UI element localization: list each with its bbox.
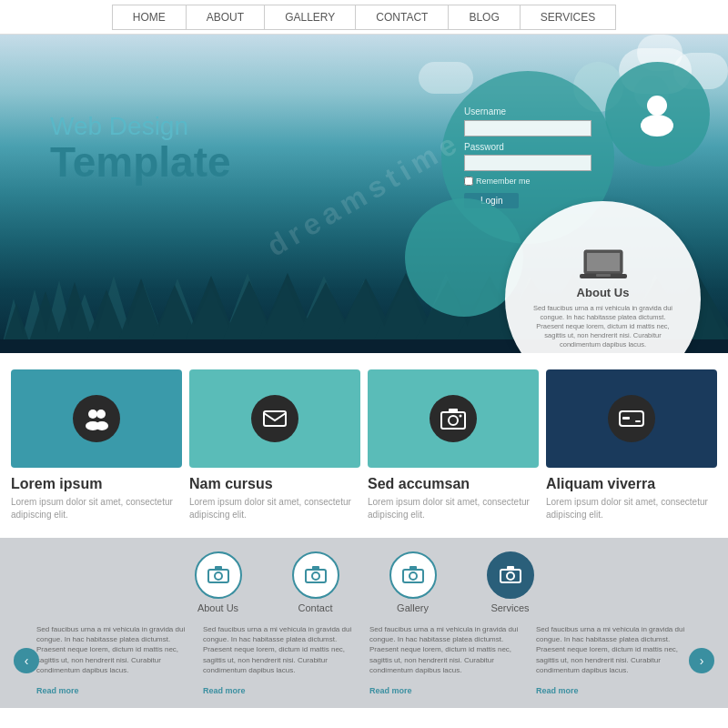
feature-icon-box-2 <box>189 369 360 468</box>
circles-overlay: Username Password Remember me Login <box>391 57 719 349</box>
svg-point-59 <box>215 572 222 580</box>
feature-title-3: Sed accumsan <box>368 476 539 492</box>
footer-text-1: Sed faucibus urna a mi vehicula in gravi… <box>36 624 192 675</box>
svg-rect-57 <box>635 420 641 422</box>
feature-icon-3 <box>430 395 477 442</box>
nav-item-services[interactable]: SERVICES <box>521 5 616 30</box>
svg-point-40 <box>647 96 667 116</box>
svg-point-54 <box>460 415 462 418</box>
svg-rect-66 <box>410 566 417 571</box>
footer-icon-circle-about[interactable] <box>195 551 242 599</box>
about-text: Sed faucibus urna a mi vehicula in gravi… <box>532 304 673 350</box>
svg-point-52 <box>449 416 458 425</box>
svg-point-65 <box>410 572 417 580</box>
footer-icon-circle-gallery[interactable] <box>389 551 437 599</box>
footer-text-3: Sed faucibus urna a mi vehicula in gravi… <box>369 624 525 675</box>
feature-card-1: Lorem ipsum Lorem ipsum dolor sit amet, … <box>11 369 182 521</box>
footer-label-contact: Contact <box>298 602 333 613</box>
footer-icon-circle-contact[interactable] <box>292 551 339 599</box>
footer-prev-button[interactable]: ‹ <box>14 648 39 673</box>
feature-icon-2 <box>251 395 298 442</box>
navigation: HOME ABOUT GALLERY CONTACT BLOG SERVICES <box>0 0 728 35</box>
feature-desc-4: Lorem ipsum dolor sit amet, consectetur … <box>546 496 717 521</box>
footer-label-about: About Us <box>197 602 238 613</box>
svg-point-41 <box>641 115 673 136</box>
user-icon <box>632 89 682 139</box>
hero-section: Web Design Template Username Password <box>0 35 728 353</box>
feature-card-3: Sed accumsan Lorem ipsum dolor sit amet,… <box>368 369 539 521</box>
read-more-4[interactable]: Read more <box>536 686 579 695</box>
svg-rect-45 <box>596 274 611 277</box>
feature-title-4: Aliquam viverra <box>546 476 717 492</box>
username-label: Username <box>464 106 592 116</box>
read-more-1[interactable]: Read more <box>36 686 79 695</box>
svg-rect-63 <box>312 566 319 571</box>
feature-icon-1 <box>73 395 120 442</box>
footer-next-button[interactable]: › <box>689 648 714 673</box>
svg-rect-56 <box>622 417 630 420</box>
feature-card-4: Aliquam viverra Lorem ipsum dolor sit am… <box>546 369 717 521</box>
svg-rect-43 <box>587 253 620 271</box>
nav-item-about[interactable]: ABOUT <box>187 5 265 30</box>
password-input[interactable] <box>464 155 592 171</box>
feature-card-2: Nam cursus Lorem ipsum dolor sit amet, c… <box>189 369 360 521</box>
svg-point-46 <box>88 410 97 419</box>
remember-label[interactable]: Remember me <box>464 177 592 186</box>
footer-label-services: Services <box>490 602 529 613</box>
hero-title: Template <box>50 141 231 183</box>
nav-item-home[interactable]: HOME <box>112 5 187 30</box>
feature-title-1: Lorem ipsum <box>11 476 182 492</box>
hero-subtitle: Web Design <box>50 112 231 141</box>
laptop-icon <box>580 248 627 281</box>
footer-icon-about: About Us <box>195 551 242 613</box>
svg-rect-51 <box>441 412 465 429</box>
feature-desc-3: Lorem ipsum dolor sit amet, consectetur … <box>368 496 539 521</box>
footer-icon-services: Services <box>487 551 534 613</box>
footer-col-3: Sed faucibus urna a mi vehicula in gravi… <box>369 624 525 697</box>
footer-icon-contact: Contact <box>292 551 339 613</box>
about-title: About Us <box>577 286 630 299</box>
avatar-circle <box>605 62 710 167</box>
footer-icon-circle-services[interactable] <box>487 551 534 599</box>
footer-col-4: Sed faucibus urna a mi vehicula in gravi… <box>536 624 692 697</box>
feature-desc-1: Lorem ipsum dolor sit amet, consectetur … <box>11 496 182 521</box>
svg-rect-69 <box>507 566 514 571</box>
svg-rect-50 <box>264 411 286 426</box>
feature-icon-box-1 <box>11 369 182 468</box>
footer-text-2: Sed faucibus urna a mi vehicula in gravi… <box>203 624 359 675</box>
footer-text-4: Sed faucibus urna a mi vehicula in gravi… <box>536 624 692 675</box>
footer-section: About Us Contact Gallery <box>0 538 728 708</box>
svg-point-47 <box>96 410 106 419</box>
username-input[interactable] <box>464 120 592 136</box>
read-more-2[interactable]: Read more <box>203 686 246 695</box>
footer-icon-gallery: Gallery <box>389 551 437 613</box>
feature-desc-2: Lorem ipsum dolor sit amet, consectetur … <box>189 496 360 521</box>
hero-text: Web Design Template <box>50 112 231 183</box>
nav-item-blog[interactable]: BLOG <box>449 5 520 30</box>
svg-point-62 <box>312 572 319 580</box>
password-label: Password <box>464 142 592 152</box>
feature-icon-box-3 <box>368 369 539 468</box>
footer-label-gallery: Gallery <box>397 602 429 613</box>
feature-icon-box-4 <box>546 369 717 468</box>
footer-col-1: Sed faucibus urna a mi vehicula in gravi… <box>36 624 192 697</box>
svg-rect-53 <box>449 409 458 413</box>
nav-item-gallery[interactable]: GALLERY <box>265 5 356 30</box>
feature-title-2: Nam cursus <box>189 476 360 492</box>
features-section: Lorem ipsum Lorem ipsum dolor sit amet, … <box>0 353 728 538</box>
feature-icon-4 <box>608 395 655 442</box>
svg-point-68 <box>507 572 514 580</box>
footer-col-2: Sed faucibus urna a mi vehicula in gravi… <box>203 624 359 697</box>
nav-item-contact[interactable]: CONTACT <box>356 5 449 30</box>
svg-rect-60 <box>215 566 222 571</box>
remember-checkbox[interactable] <box>464 177 473 186</box>
footer-icons-row: About Us Contact Gallery <box>32 551 696 613</box>
read-more-3[interactable]: Read more <box>369 686 412 695</box>
footer-content: ‹ Sed faucibus urna a mi vehicula in gra… <box>32 624 696 697</box>
svg-point-49 <box>96 421 108 430</box>
